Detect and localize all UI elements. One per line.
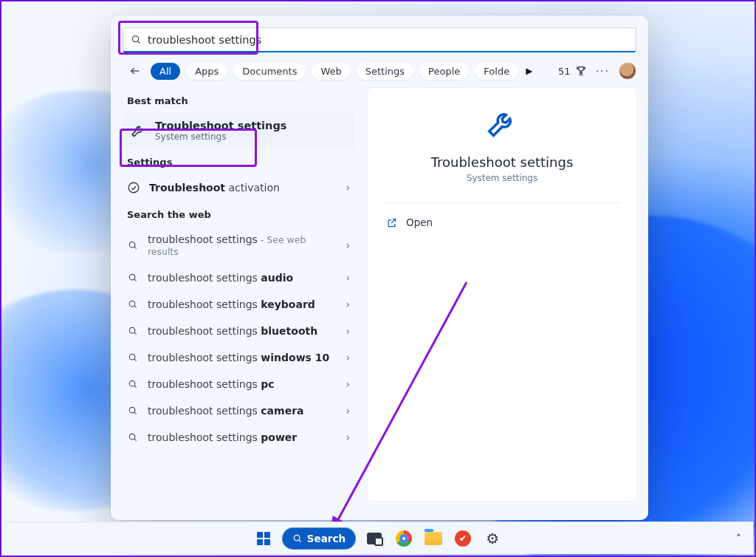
more-icon[interactable]: ··· bbox=[593, 65, 613, 77]
svg-line-19 bbox=[134, 439, 137, 441]
svg-line-17 bbox=[134, 412, 137, 414]
gear-icon: ⚙ bbox=[486, 530, 499, 547]
chevron-right-icon: › bbox=[346, 431, 350, 443]
check-shield-icon bbox=[127, 181, 140, 194]
wrench-icon bbox=[130, 123, 146, 139]
overflow-play-icon[interactable]: ▶ bbox=[526, 66, 532, 76]
chevron-right-icon: › bbox=[346, 182, 350, 194]
filter-documents[interactable]: Documents bbox=[233, 63, 306, 80]
svg-point-18 bbox=[129, 434, 135, 440]
settings-item-troubleshoot-activation[interactable]: Troubleshoot activation › bbox=[123, 174, 354, 202]
web-item[interactable]: troubleshoot settings camera › bbox=[123, 397, 354, 424]
back-button[interactable] bbox=[126, 61, 145, 81]
web-item[interactable]: troubleshoot settings bluetooth › bbox=[123, 318, 354, 344]
chrome-icon bbox=[396, 530, 412, 547]
svg-point-12 bbox=[129, 354, 135, 360]
search-icon bbox=[127, 352, 139, 363]
trophy-icon bbox=[575, 65, 587, 77]
taskbar-app-chrome[interactable] bbox=[393, 527, 415, 550]
open-external-icon bbox=[385, 216, 397, 228]
svg-line-13 bbox=[134, 359, 137, 361]
web-item[interactable]: troubleshoot settings power › bbox=[123, 424, 354, 451]
chevron-right-icon: › bbox=[346, 405, 350, 417]
start-button[interactable] bbox=[252, 527, 275, 550]
chevron-right-icon: › bbox=[346, 272, 350, 284]
chevron-right-icon: › bbox=[346, 325, 350, 337]
best-match-item[interactable]: Troubleshoot settings System settings bbox=[123, 112, 354, 149]
svg-line-22 bbox=[299, 539, 301, 541]
preview-pane: Troubleshoot settings System settings Op… bbox=[368, 88, 636, 501]
svg-line-11 bbox=[134, 332, 137, 335]
open-label: Open bbox=[406, 216, 433, 228]
best-match-title: Troubleshoot settings bbox=[155, 120, 286, 131]
web-item[interactable]: troubleshoot settings pc › bbox=[123, 371, 354, 397]
search-icon bbox=[131, 34, 142, 45]
taskbar-search-label: Search bbox=[307, 533, 346, 544]
folder-icon bbox=[425, 532, 442, 545]
svg-point-16 bbox=[129, 407, 135, 413]
svg-line-15 bbox=[134, 386, 137, 388]
todoist-icon bbox=[455, 530, 471, 547]
search-icon bbox=[127, 298, 139, 310]
divider bbox=[384, 202, 620, 203]
section-search-web: Search the web bbox=[123, 202, 354, 226]
web-item[interactable]: troubleshoot settings keyboard › bbox=[123, 291, 354, 318]
preview-title: Troubleshoot settings bbox=[431, 154, 574, 170]
search-icon bbox=[292, 533, 303, 544]
best-match-subtitle: System settings bbox=[155, 131, 286, 142]
filter-row: All Apps Documents Web Settings People F… bbox=[111, 52, 648, 88]
svg-point-6 bbox=[129, 274, 135, 280]
svg-point-21 bbox=[294, 535, 300, 541]
svg-point-14 bbox=[129, 380, 135, 386]
search-box[interactable] bbox=[123, 27, 636, 52]
section-settings: Settings bbox=[123, 149, 354, 174]
taskbar-app-settings[interactable]: ⚙ bbox=[481, 527, 504, 550]
svg-point-8 bbox=[129, 301, 135, 307]
filter-settings[interactable]: Settings bbox=[357, 63, 413, 80]
svg-line-7 bbox=[134, 279, 137, 281]
search-icon bbox=[127, 239, 139, 251]
taskbar: Search ⚙ ˄ bbox=[3, 522, 753, 554]
search-panel: All Apps Documents Web Settings People F… bbox=[111, 16, 648, 520]
chevron-right-icon: › bbox=[346, 352, 350, 363]
filter-folders[interactable]: Folde bbox=[475, 63, 518, 80]
search-icon bbox=[127, 378, 139, 390]
open-action[interactable]: Open bbox=[384, 213, 620, 231]
web-item[interactable]: troubleshoot settings - See web results … bbox=[123, 226, 354, 264]
task-view-icon bbox=[367, 533, 382, 544]
avatar[interactable] bbox=[619, 62, 636, 80]
web-item[interactable]: troubleshoot settings windows 10 › bbox=[123, 344, 354, 371]
rewards-points[interactable]: 51 bbox=[558, 65, 587, 77]
filter-all[interactable]: All bbox=[151, 63, 180, 80]
svg-line-9 bbox=[134, 306, 137, 308]
chevron-right-icon: › bbox=[346, 378, 350, 390]
search-icon bbox=[127, 325, 139, 337]
windows-icon bbox=[257, 532, 270, 545]
section-best-match: Best match bbox=[123, 88, 354, 112]
filter-people[interactable]: People bbox=[419, 63, 469, 80]
system-tray-chevron-icon[interactable]: ˄ bbox=[736, 533, 741, 544]
chevron-right-icon: › bbox=[346, 239, 350, 251]
task-view-button[interactable] bbox=[363, 527, 385, 550]
preview-subtitle: System settings bbox=[467, 173, 537, 183]
svg-point-4 bbox=[129, 242, 135, 247]
results-column: Best match Troubleshoot settings System … bbox=[123, 88, 354, 501]
svg-line-5 bbox=[134, 247, 137, 249]
search-icon bbox=[127, 272, 139, 284]
svg-point-10 bbox=[129, 327, 135, 333]
search-input[interactable] bbox=[148, 34, 628, 46]
taskbar-app-todoist[interactable] bbox=[452, 527, 474, 550]
search-icon bbox=[127, 405, 139, 417]
wrench-icon bbox=[484, 106, 520, 141]
taskbar-search[interactable]: Search bbox=[282, 527, 356, 550]
search-icon bbox=[127, 431, 139, 443]
points-count: 51 bbox=[558, 66, 571, 77]
svg-point-0 bbox=[133, 36, 139, 42]
svg-point-3 bbox=[128, 182, 139, 193]
svg-line-1 bbox=[138, 41, 140, 44]
web-item[interactable]: troubleshoot settings audio › bbox=[123, 264, 354, 291]
chevron-right-icon: › bbox=[346, 298, 350, 310]
filter-web[interactable]: Web bbox=[312, 63, 350, 80]
taskbar-app-explorer[interactable] bbox=[422, 527, 444, 550]
filter-apps[interactable]: Apps bbox=[186, 63, 227, 80]
